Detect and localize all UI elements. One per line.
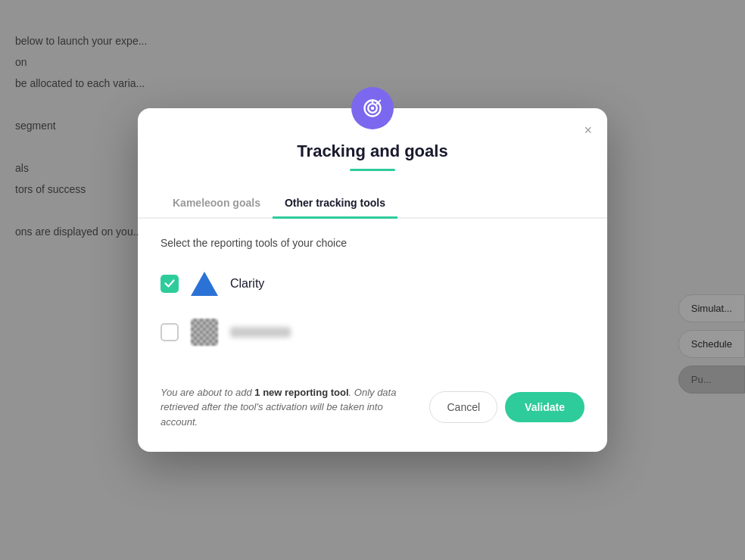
tab-other-tracking[interactable]: Other tracking tools — [273, 189, 397, 219]
modal-footer: You are about to add 1 new reporting too… — [138, 385, 607, 430]
svg-point-2 — [371, 106, 375, 110]
modal-content: Select the reporting tools of your choic… — [138, 237, 607, 355]
notice-bold: 1 new reporting tool — [254, 387, 348, 398]
cancel-button[interactable]: Cancel — [429, 391, 497, 423]
checkmark-icon — [164, 279, 175, 288]
blurred-icon — [191, 319, 218, 346]
footer-actions: Cancel Validate — [429, 391, 584, 423]
close-button[interactable]: × — [581, 120, 595, 140]
tool-row-clarity[interactable]: Clarity — [161, 261, 584, 306]
modal-header-icon — [351, 87, 394, 129]
title-underline — [350, 169, 395, 171]
tabs-container: Kameleoon goals Other tracking tools — [138, 189, 607, 219]
clarity-triangle-icon — [191, 272, 218, 296]
validate-button[interactable]: Validate — [505, 392, 584, 422]
goals-icon — [362, 98, 383, 119]
blurred-tool-checkbox[interactable] — [161, 323, 179, 341]
footer-notice: You are about to add 1 new reporting too… — [161, 385, 417, 430]
modal-overlay: × Tracking and goals Kameleoon goals Oth… — [0, 0, 745, 560]
tab-kameleoon-goals[interactable]: Kameleoon goals — [161, 189, 273, 219]
clarity-name: Clarity — [230, 277, 264, 291]
modal-icon-container — [138, 87, 607, 129]
section-label: Select the reporting tools of your choic… — [161, 237, 584, 249]
clarity-checkbox[interactable] — [161, 275, 179, 293]
clarity-logo — [189, 269, 220, 299]
blurred-tool-name — [230, 327, 291, 338]
tracking-goals-modal: × Tracking and goals Kameleoon goals Oth… — [138, 108, 607, 453]
tool-row-blurred[interactable] — [161, 310, 584, 355]
modal-title: Tracking and goals — [138, 142, 607, 161]
blurred-tool-logo — [189, 317, 220, 347]
